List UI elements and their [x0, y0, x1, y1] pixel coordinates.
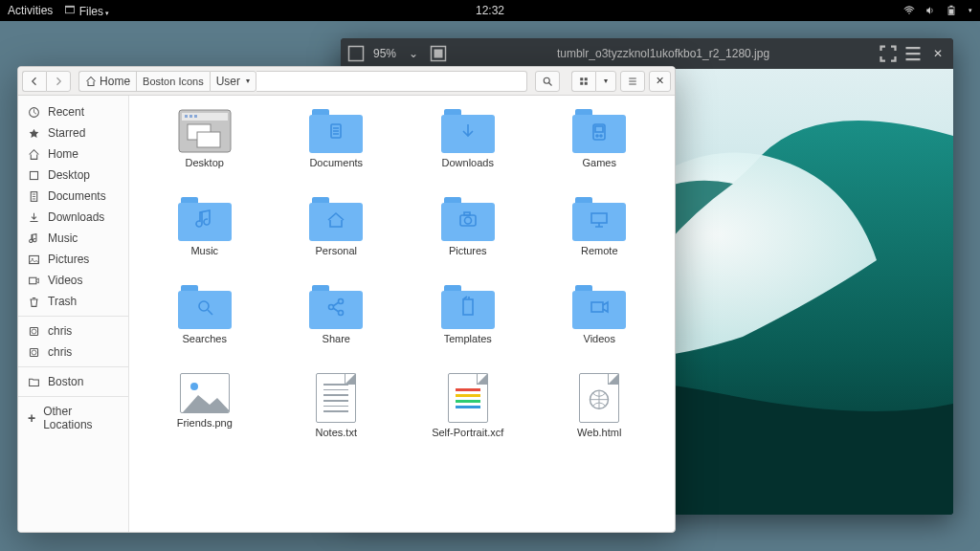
hamburger-button[interactable] — [620, 71, 645, 92]
svg-rect-26 — [185, 115, 188, 118]
folder-icon — [572, 285, 626, 329]
doc-icon — [28, 190, 40, 203]
sidebar-item-downloads[interactable]: Downloads — [18, 207, 128, 228]
files-window: Home Boston Icons User ▾ ▾ ✕ RecentStarr… — [17, 66, 676, 533]
crumb-home[interactable]: Home — [78, 71, 136, 92]
svg-rect-13 — [585, 81, 588, 84]
sidebar-item-trash[interactable]: Trash — [18, 291, 128, 312]
tile-personal[interactable]: Personal — [271, 193, 403, 281]
fullscreen-button[interactable] — [877, 42, 900, 65]
tile-documents[interactable]: Documents — [271, 105, 403, 193]
sidebar-item-chris[interactable]: chris — [18, 342, 128, 363]
activities-button[interactable]: Activities — [8, 4, 53, 17]
sidebar-item-label: Videos — [48, 274, 82, 287]
tile-label: Remote — [581, 245, 618, 256]
hamburger-menu[interactable] — [902, 42, 924, 65]
crumb-1[interactable]: Boston Icons — [136, 71, 210, 92]
sidebar-item-boston[interactable]: Boston — [18, 366, 128, 392]
sidebar-item-music[interactable]: Music — [18, 228, 128, 249]
sidebar-item-label: Music — [48, 231, 78, 245]
svg-point-23 — [32, 350, 36, 355]
tile-label: Friends.png — [177, 417, 233, 429]
svg-rect-1 — [66, 6, 75, 8]
svg-rect-19 — [30, 277, 36, 284]
svg-rect-6 — [349, 47, 364, 61]
disk-icon — [28, 346, 40, 359]
sidebar-item-chris[interactable]: chris — [18, 316, 128, 342]
svg-rect-39 — [591, 213, 607, 223]
sidebar-item-label: Desktop — [48, 168, 90, 182]
app-menu[interactable]: Files▾ — [64, 4, 109, 18]
tile-games[interactable]: Games — [534, 105, 666, 193]
tile-label: Self-Portrait.xcf — [432, 427, 503, 438]
crumb-2[interactable]: User ▾ — [210, 71, 256, 92]
view-icons-button[interactable] — [571, 71, 595, 92]
svg-point-21 — [32, 329, 36, 334]
tile-notes-txt[interactable]: Notes.txt — [271, 369, 403, 457]
zoom-menu-button[interactable]: ⌄ — [402, 42, 425, 65]
tile-remote[interactable]: Remote — [534, 193, 666, 281]
forward-button[interactable] — [46, 71, 71, 92]
tile-templates[interactable]: Templates — [402, 281, 534, 369]
image-file-icon — [180, 373, 230, 413]
svg-rect-5 — [949, 10, 954, 14]
tile-desktop[interactable]: Desktop — [139, 105, 271, 193]
zoom-fit-button[interactable] — [427, 42, 450, 65]
sidebar-item-other-locations[interactable]: +Other Locations — [18, 396, 128, 435]
folder-icon — [572, 109, 626, 153]
sidebar-item-pictures[interactable]: Pictures — [18, 249, 128, 270]
chevron-down-icon: ▾ — [969, 7, 972, 14]
svg-point-46 — [190, 383, 198, 390]
tile-friends-png[interactable]: Friends.png — [139, 369, 271, 457]
sidebar-item-label: Recent — [48, 105, 84, 119]
tile-searches[interactable]: Searches — [139, 281, 271, 369]
plus-icon: + — [28, 410, 35, 426]
svg-rect-4 — [950, 6, 953, 8]
svg-rect-33 — [595, 126, 603, 132]
path-bar-blank[interactable] — [256, 71, 527, 92]
text-file-icon — [316, 373, 356, 423]
sidebar-item-starred[interactable]: Starred — [18, 122, 128, 143]
tile-label: Desktop — [186, 157, 224, 168]
tile-pictures[interactable]: Pictures — [402, 193, 534, 281]
tile-videos[interactable]: Videos — [534, 281, 666, 369]
zoom-out-button[interactable] — [345, 42, 368, 65]
back-button[interactable] — [22, 71, 46, 92]
folder-icon — [178, 197, 232, 241]
tile-downloads[interactable]: Downloads — [402, 105, 534, 193]
svg-rect-45 — [591, 302, 603, 312]
sidebar-item-label: chris — [48, 324, 72, 338]
view-menu-button[interactable]: ▾ — [595, 71, 616, 92]
sidebar-item-videos[interactable]: Videos — [18, 270, 128, 291]
close-button[interactable]: ✕ — [649, 71, 671, 92]
svg-rect-12 — [580, 81, 583, 84]
square-icon — [28, 169, 40, 182]
sidebar-item-label: Trash — [48, 295, 77, 308]
sidebar-item-home[interactable]: Home — [18, 143, 128, 165]
volume-icon — [924, 5, 936, 16]
home-icon — [28, 148, 40, 161]
html-file-icon — [579, 373, 619, 423]
sidebar-item-recent[interactable]: Recent — [18, 101, 128, 122]
folder-icon — [441, 285, 495, 329]
disk-icon — [28, 325, 40, 338]
svg-rect-44 — [463, 299, 473, 315]
music-icon — [28, 232, 40, 245]
svg-point-40 — [199, 301, 209, 311]
clock[interactable]: 12:32 — [476, 4, 504, 17]
svg-point-34 — [596, 135, 598, 137]
star-icon — [28, 127, 40, 140]
system-status-area[interactable]: ▾ — [903, 5, 972, 16]
viewer-headerbar: 95% ⌄ tumblr_o3tyzzknol1ukofkbo1_r2_1280… — [341, 38, 953, 69]
tile-self-portrait-xcf[interactable]: Self-Portrait.xcf — [402, 369, 534, 457]
tile-label: Share — [323, 333, 350, 344]
tile-web-html[interactable]: Web.html — [534, 369, 666, 457]
tile-share[interactable]: Share — [271, 281, 403, 369]
svg-rect-25 — [182, 113, 228, 121]
close-button[interactable]: ✕ — [926, 42, 949, 65]
folder-icon — [309, 109, 363, 153]
sidebar-item-documents[interactable]: Documents — [18, 186, 128, 207]
sidebar-item-desktop[interactable]: Desktop — [18, 165, 128, 186]
search-button[interactable] — [535, 71, 560, 92]
tile-music[interactable]: Music — [139, 193, 271, 281]
